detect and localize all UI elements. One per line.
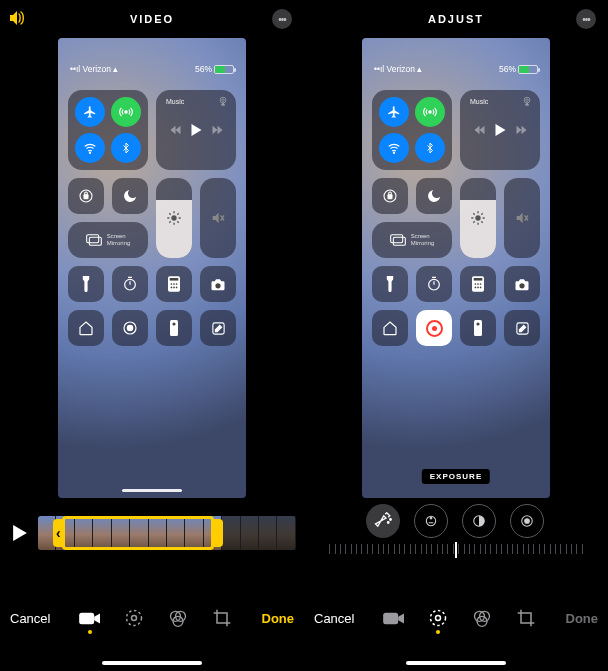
home-icon — [68, 310, 104, 346]
home-icon — [372, 310, 408, 346]
bluetooth-icon — [111, 133, 141, 163]
cancel-button[interactable]: Cancel — [10, 611, 50, 626]
bluetooth-icon — [415, 133, 445, 163]
phone-screenshot: ••ıl Verizon ▴ 56% Music — [362, 38, 550, 498]
svg-point-9 — [125, 279, 136, 290]
remote-icon — [156, 310, 192, 346]
svg-point-50 — [476, 322, 479, 325]
tool-video[interactable] — [79, 607, 101, 629]
next-icon — [212, 125, 223, 135]
music-tile: Music — [460, 90, 540, 170]
svg-point-43 — [477, 283, 479, 285]
svg-rect-49 — [474, 320, 482, 336]
svg-rect-8 — [89, 237, 101, 245]
control-center: Music — [372, 90, 540, 354]
svg-point-6 — [171, 215, 176, 220]
svg-point-16 — [173, 287, 175, 289]
dnd-icon — [416, 178, 452, 214]
cancel-button[interactable]: Cancel — [314, 611, 354, 626]
svg-rect-7 — [86, 235, 98, 243]
svg-point-22 — [172, 322, 175, 325]
svg-point-0 — [125, 111, 127, 113]
cellular-icon — [415, 97, 445, 127]
svg-point-17 — [176, 287, 178, 289]
prev-icon — [474, 125, 485, 135]
camera-icon — [200, 266, 236, 302]
screen-record-active-icon — [416, 310, 452, 346]
dnd-icon — [112, 178, 148, 214]
tool-filters[interactable] — [471, 607, 493, 629]
svg-rect-11 — [170, 278, 179, 281]
svg-rect-41 — [474, 278, 483, 281]
video-preview: ••ıl Verizon ▴ 56% Music — [304, 38, 608, 498]
tool-adjust[interactable] — [427, 607, 449, 629]
tool-video[interactable] — [383, 607, 405, 629]
bottom-toolbar: Cancel Done — [0, 601, 304, 635]
dial-shadows[interactable] — [510, 504, 544, 538]
more-button[interactable]: ••• — [576, 9, 596, 29]
phone-screenshot: ••ıl Verizon ▴ 56% Music — [58, 38, 246, 498]
orientation-lock-icon — [372, 178, 408, 214]
sound-icon[interactable] — [8, 10, 26, 26]
home-bar-icon — [406, 661, 506, 665]
svg-point-1 — [89, 152, 90, 153]
airplane-icon — [379, 97, 409, 127]
svg-point-58 — [525, 519, 530, 524]
svg-point-15 — [171, 287, 173, 289]
svg-point-45 — [475, 287, 477, 289]
svg-point-20 — [127, 325, 132, 330]
tool-crop[interactable] — [515, 607, 537, 629]
flashlight-icon — [68, 266, 104, 302]
play-icon — [191, 124, 202, 136]
notes-icon — [504, 310, 540, 346]
calculator-icon — [460, 266, 496, 302]
done-button[interactable]: Done — [262, 611, 295, 626]
orientation-lock-icon — [68, 178, 104, 214]
svg-point-31 — [393, 152, 394, 153]
svg-point-3 — [222, 99, 225, 102]
svg-rect-21 — [170, 320, 178, 336]
svg-rect-59 — [383, 612, 398, 624]
done-button[interactable]: Done — [566, 611, 599, 626]
status-bar: ••ıl Verizon ▴ 56% — [362, 64, 550, 74]
svg-point-60 — [430, 611, 445, 626]
tool-filters[interactable] — [167, 607, 189, 629]
wifi-icon — [379, 133, 409, 163]
svg-point-55 — [430, 517, 432, 519]
play-button[interactable] — [8, 521, 32, 545]
timer-icon — [416, 266, 452, 302]
adjust-controls: document.write(Array(48).fill('<span cla… — [304, 498, 608, 562]
bottom-toolbar: Cancel Done — [304, 601, 608, 635]
adjust-slider[interactable]: document.write(Array(48).fill('<span cla… — [314, 544, 598, 558]
dial-exposure[interactable] — [414, 504, 448, 538]
svg-point-53 — [390, 519, 392, 521]
tool-adjust[interactable] — [123, 607, 145, 629]
top-bar: VIDEO ••• — [0, 0, 304, 38]
svg-point-13 — [173, 283, 175, 285]
svg-point-52 — [388, 522, 390, 524]
svg-point-12 — [171, 283, 173, 285]
svg-point-42 — [475, 283, 477, 285]
wifi-icon — [75, 133, 105, 163]
svg-rect-38 — [393, 237, 405, 245]
dial-highlights[interactable] — [462, 504, 496, 538]
svg-rect-37 — [390, 235, 402, 243]
svg-point-39 — [429, 279, 440, 290]
brightness-slider — [460, 178, 496, 258]
svg-point-30 — [429, 111, 431, 113]
control-center: Music — [68, 90, 236, 354]
dial-auto[interactable] — [366, 504, 400, 538]
volume-slider — [200, 178, 236, 258]
airplay-icon — [522, 96, 532, 106]
svg-point-33 — [526, 99, 529, 102]
svg-rect-24 — [79, 612, 94, 624]
svg-point-46 — [477, 287, 479, 289]
svg-point-36 — [475, 215, 480, 220]
airplay-icon — [218, 96, 228, 106]
next-icon — [516, 125, 527, 135]
brightness-slider — [156, 178, 192, 258]
frame-strip[interactable]: ‹› — [38, 516, 296, 550]
tool-crop[interactable] — [211, 607, 233, 629]
svg-point-14 — [176, 283, 178, 285]
more-button[interactable]: ••• — [272, 9, 292, 29]
